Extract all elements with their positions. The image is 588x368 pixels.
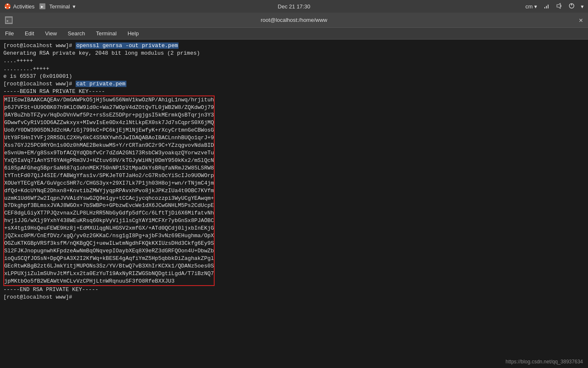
key-line: YxQ5IaVq7lAnYST6YAHgPRm3VJ+HZtuv69V/kTGJ… xyxy=(4,157,214,164)
key-line: Sl2FJKJnopugnwhKFpdzeAwNmBqONqvepIOaybXE… xyxy=(4,247,214,255)
terminal-menu-button[interactable]: ► Terminal ▾ xyxy=(39,3,76,10)
key-line: XOUeYTECgYEA/GuVgccSHR7c/CHGS3yx+29XI7Lk… xyxy=(4,180,214,187)
power-icon xyxy=(568,3,575,11)
key-line: Uo0/Y0DW3905DNJd2cHA/iGj799kC+PC6kjEjMlN… xyxy=(4,127,214,134)
svg-point-3 xyxy=(9,7,10,8)
output-line-2: ....+++++ xyxy=(3,57,585,65)
window-title: root@localhost:/home/www xyxy=(261,17,327,23)
key-line: CEF8dgLGiyXT7PJQzvnaxZLP8LHzRR5NbGyGdfp5… xyxy=(4,209,214,217)
prompt-2: [root@localhost www]# xyxy=(3,81,76,87)
final-prompt: [root@localhost www]# xyxy=(3,294,585,301)
activities-label: Activities xyxy=(13,3,34,10)
output-line-1: Generating RSA private key, 2048 bit lon… xyxy=(3,50,585,57)
command-2: cat private.pem xyxy=(76,81,126,87)
svg-point-1 xyxy=(7,4,8,5)
key-end: -----END RSA PRIVATE KEY----- xyxy=(3,286,585,294)
terminal-window: ▶ root@localhost:/home/www ✕ File Edit V… xyxy=(0,13,588,368)
power-arrow: ▾ xyxy=(581,3,584,10)
prompt-line-2: [root@localhost www]# cat private.pem xyxy=(3,80,585,88)
key-line: UtY8F5HnIYVFj2RR5DLC2XHy6kC4S5NXYwh5JwID… xyxy=(4,134,214,142)
key-line: Xss7GYJ25PC9RYOn1s0Oz0hMAE2BekuwMS+Y/rCR… xyxy=(4,142,214,149)
svg-text:▶: ▶ xyxy=(7,19,9,23)
cm-indicator: cm ▾ xyxy=(525,3,537,10)
activities-button[interactable]: Activities xyxy=(4,3,34,10)
key-line: GDwwfvCyR1V1OD6AZZwkxyx+MIwvIsEe0Dx4zlNt… xyxy=(4,119,214,127)
key-line: dfQd+KdcUYNqE2Dhxn8+KnvtibZMWYjyqpRPAvxh… xyxy=(4,187,214,195)
network-icon xyxy=(543,3,550,11)
menu-file[interactable]: File xyxy=(3,29,16,37)
terminal-content[interactable]: [root@localhost www]# openssl genrsa -ou… xyxy=(0,40,588,368)
svg-text:►: ► xyxy=(40,5,44,9)
svg-rect-6 xyxy=(544,7,545,8)
key-line: ioQuSCQfJOSsN+DpQPsA3X2I2KfWq+kBESE4gAqf… xyxy=(4,255,214,262)
key-lines: MIIEowIBAAKCAQEAv/DmGAWPkO5jHj5uw656NmV1… xyxy=(4,96,214,285)
key-line: b7Dkghpf3BLmsxJVAJ8WGOx+7bSWBPo+GPbzwEvc… xyxy=(4,202,214,209)
key-line: GEcRtwKBgB2zt6LJmkYitjMUPONs3Sz/YV/BtwQ7… xyxy=(4,262,214,270)
close-button[interactable]: ✕ xyxy=(579,16,583,24)
key-line: eSvnUm+EM/g8Ssx9TbfACQYdQDbfvCr7dZdA2GN1… xyxy=(4,149,214,157)
key-line: p6J7VFSt+UU9OBK07h9KlC0W9ld0c+Wa27WOpV4d… xyxy=(4,104,214,111)
key-line: tYTntFd07QiJ4SIE/fABWgYfas1v/SPKJeT0TJaH… xyxy=(4,172,214,180)
svg-rect-7 xyxy=(546,6,547,8)
ubuntu-icon xyxy=(4,3,11,10)
prompt-1: [root@localhost www]# xyxy=(3,42,76,49)
key-line: jpMKtbOo5fB2WEAWtVmCLvVzCPHjLtnWRqnuuSF3… xyxy=(4,278,214,285)
key-begin: -----BEGIN RSA PRIVATE KEY----- xyxy=(3,88,585,95)
key-line: jQZkxc0PM/CnEfDVz/xgQ/yv0z2GKKaC/nsg1gI8… xyxy=(4,232,214,240)
key-line: 6i85pAFGheg5BprSaN687q1ohnMEK750nNP152tM… xyxy=(4,164,214,172)
terminal-menu-arrow: ▾ xyxy=(73,3,76,10)
system-bar-right: cm ▾ ▾ xyxy=(525,3,584,11)
window-icon: ▶ xyxy=(5,16,13,24)
command-1: openssl genrsa -out private.pem xyxy=(76,42,179,49)
menu-search[interactable]: Search xyxy=(66,29,87,37)
output-line-3: .........+++++ xyxy=(3,65,585,73)
key-line: OGZuKTKGBpVRSf3ksfM/nQKBgQCj+uewILwtmNgd… xyxy=(4,240,214,247)
menu-bar: File Edit View Search Terminal Help xyxy=(0,28,588,40)
title-bar: ▶ root@localhost:/home/www ✕ xyxy=(0,13,588,28)
system-bar: Activities ► Terminal ▾ Dec 21 17:30 cm … xyxy=(0,0,588,13)
key-line: xLPPUXjiZulmSUhvJtMfLxx2ta0EzYuT19AxNyRI… xyxy=(4,270,214,278)
key-block: MIIEowIBAAKCAQEAv/DmGAWPkO5jHj5uw656NmV1… xyxy=(3,95,215,286)
menu-terminal[interactable]: Terminal xyxy=(94,29,118,37)
key-line: 9AYBuZhbTFZyv/HqDoDVnVwf5Pz+rsSsEZ5DPpr+… xyxy=(4,111,214,119)
key-line: hvj1JJG/wXlj9YxhY438WEuKRsq60kpVyVlj1lsC… xyxy=(4,217,214,225)
terminal-icon: ► xyxy=(39,3,45,9)
svg-point-2 xyxy=(5,7,7,8)
menu-view[interactable]: View xyxy=(43,29,58,37)
svg-rect-8 xyxy=(548,5,549,8)
menu-edit[interactable]: Edit xyxy=(23,29,36,37)
key-line: MIIEowIBAAKCAQEAv/DmGAWPkO5jHj5uw656NmV1… xyxy=(4,96,214,104)
prompt-line-1: [root@localhost www]# openssl genrsa -ou… xyxy=(3,42,585,50)
output-line-4: e is 65537 (0x010001) xyxy=(3,73,585,80)
svg-marker-9 xyxy=(557,3,560,8)
key-line: +sX4tg19HsQeuFEWE9Hz8j+EdMXUlqgNLHGSV2xm… xyxy=(4,225,214,232)
volume-icon xyxy=(556,3,562,11)
title-bar-left: ▶ xyxy=(5,16,16,24)
system-bar-left: Activities ► Terminal ▾ xyxy=(4,3,76,10)
system-datetime: Dec 21 17:30 xyxy=(278,3,310,10)
key-line: uzmK1Ud6Wf2w2IqpnJVVAidYswG2Q9e1gy+tCCAc… xyxy=(4,195,214,202)
terminal-menu-label: Terminal xyxy=(49,3,70,10)
menu-help[interactable]: Help xyxy=(126,29,141,37)
footer-url: https://blog.csdn.net/qq_38937634 xyxy=(506,358,583,365)
